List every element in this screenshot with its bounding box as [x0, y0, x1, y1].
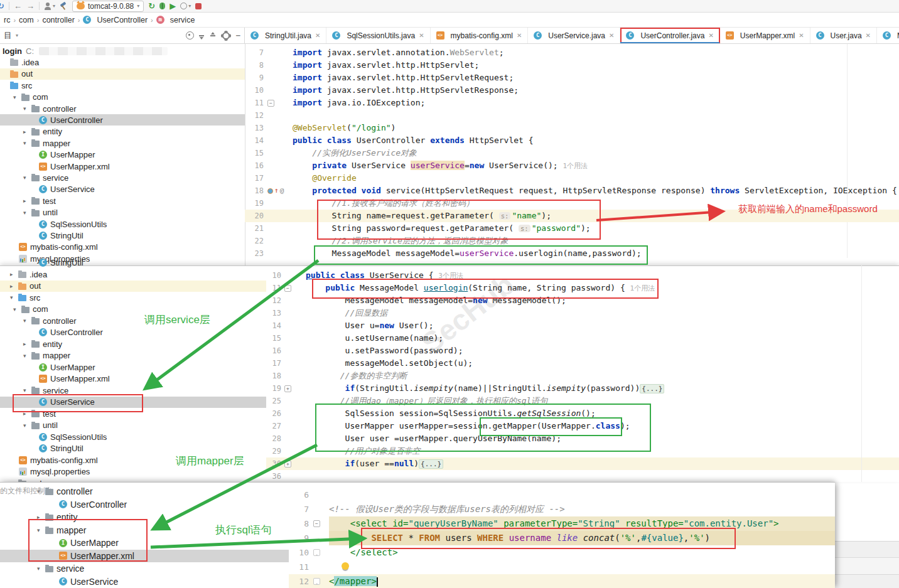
chevron-right-icon[interactable]: ▸: [23, 341, 31, 347]
debug-button[interactable]: [159, 3, 165, 9]
tree-item-entity[interactable]: ▸entity: [0, 511, 289, 523]
chevron-down-icon[interactable]: ▾: [37, 527, 45, 533]
tree-item-login[interactable]: loginC:: [0, 45, 245, 56]
gutter-line-number[interactable]: 25: [266, 395, 284, 407]
run-config-dropdown[interactable]: tomcat-9.0.88 ▾: [72, 1, 144, 12]
tree-item-src[interactable]: src: [0, 80, 245, 91]
collapse-all-icon[interactable]: [209, 32, 217, 40]
tree-item-out[interactable]: out: [0, 68, 245, 80]
editor-userservice[interactable]: 10public class UserService { 3个用法11− pub…: [266, 257, 899, 482]
gutter-line-number[interactable]: 16: [245, 159, 267, 172]
tree-item-mapper[interactable]: ▾mapper: [0, 137, 245, 149]
tree-item-test[interactable]: ▸test: [0, 408, 266, 419]
tree-item-sqlsessionutils[interactable]: CSqlSessionUtils: [0, 218, 245, 230]
tree-item-mapper[interactable]: ▾mapper: [0, 350, 266, 361]
tree-item-entity[interactable]: ▸entity: [0, 338, 266, 350]
fold-minus-icon[interactable]: −: [284, 285, 291, 292]
tree-item-com[interactable]: ▾com: [0, 92, 245, 103]
gutter-line-number[interactable]: 18: [266, 370, 284, 382]
tree-item-out[interactable]: ▸out: [0, 281, 266, 292]
user-button[interactable]: ▾: [44, 0, 55, 13]
breadcrumb-item-usercontroller[interactable]: CUserController: [83, 16, 148, 24]
run-marker-icon[interactable]: [267, 188, 273, 194]
profiler-button[interactable]: ▾: [180, 0, 191, 13]
gutter-line-number[interactable]: 14: [266, 319, 284, 332]
project-tree-mid[interactable]: CStringUtil▸.idea▸out▾src▾com▾controller…: [0, 257, 266, 482]
editor-usercontroller[interactable]: 7import javax.servlet.annotation.WebServ…: [245, 44, 899, 265]
build-button[interactable]: [60, 2, 68, 10]
tab-mybatis-config-xml[interactable]: <>mybatis-config.xml✕: [431, 28, 529, 43]
gutter-line-number[interactable]: 22: [245, 235, 267, 247]
gutter-line-number[interactable]: 9: [289, 531, 313, 545]
chevron-down-icon[interactable]: ▾: [10, 294, 18, 301]
chevron-down-icon[interactable]: ▾: [13, 306, 21, 313]
override-at-icon[interactable]: @: [280, 184, 284, 197]
tab-usermapper-xml[interactable]: <>UserMapper.xml✕: [720, 28, 810, 43]
gutter-line-number[interactable]: 29: [266, 445, 284, 457]
gutter-line-number[interactable]: 19: [245, 197, 267, 210]
chevron-down-icon[interactable]: ▾: [23, 210, 31, 216]
tree-item-mapper[interactable]: ▾mapper: [0, 524, 289, 537]
gutter-line-number[interactable]: 8: [245, 59, 267, 72]
chevron-down-icon[interactable]: ▾: [23, 174, 31, 181]
tree-item-service[interactable]: ▾service: [0, 562, 289, 575]
gutter-line-number[interactable]: 11: [289, 560, 313, 574]
tree-item-until[interactable]: ▾until: [0, 207, 245, 218]
tab-sqlsessionutils-java[interactable]: CSqlSessionUtils.java✕: [326, 28, 430, 43]
tab-stringutil-java[interactable]: CStringUtil.java✕: [245, 28, 326, 43]
tree-item-usercontroller[interactable]: CUserController: [0, 498, 289, 511]
tree-item-userservice[interactable]: CUserService: [0, 575, 289, 588]
close-icon[interactable]: ✕: [419, 32, 424, 39]
close-icon[interactable]: ✕: [799, 32, 804, 39]
project-dropdown-icon[interactable]: ▾: [16, 33, 18, 38]
tab-userservice-java[interactable]: CUserService.java✕: [528, 28, 620, 43]
tree-item-usercontroller[interactable]: CUserController: [0, 114, 245, 126]
gutter-line-number[interactable]: 15: [266, 332, 284, 345]
tree-item-idea[interactable]: ▸.idea: [0, 269, 266, 280]
back-button[interactable]: ←: [14, 0, 22, 13]
gutter-line-number[interactable]: 13: [266, 307, 284, 319]
fold-end-icon[interactable]: ‸: [313, 549, 320, 556]
fold-end-icon[interactable]: ‸: [313, 578, 320, 585]
gutter-line-number[interactable]: 27: [266, 420, 284, 432]
tab-messagemodel-java[interactable]: CMessageModel.java✕: [877, 28, 899, 43]
tree-item-idea[interactable]: .idea: [0, 56, 245, 68]
rerun-button[interactable]: ↻: [148, 0, 155, 13]
tree-item-service[interactable]: ▾service: [0, 385, 266, 396]
fold-plus-icon[interactable]: +: [284, 385, 291, 392]
gutter-line-number[interactable]: 17: [266, 357, 284, 370]
tree-item-service[interactable]: ▾service: [0, 172, 245, 183]
override-arrow-icon[interactable]: ↑: [274, 184, 279, 197]
tree-item-controller[interactable]: ▾controller: [0, 103, 245, 114]
chevron-right-icon[interactable]: ▸: [23, 410, 31, 417]
breadcrumb-item-service[interactable]: mservice: [156, 16, 195, 24]
gutter-line-number[interactable]: 12: [289, 574, 313, 588]
gutter-line-number[interactable]: 17: [245, 172, 267, 184]
intention-bulb-icon[interactable]: [342, 562, 349, 570]
gutter-line-number[interactable]: 10: [266, 269, 284, 282]
gutter-line-number[interactable]: 18: [245, 184, 267, 197]
chevron-right-icon[interactable]: ▸: [10, 271, 18, 277]
tree-item-com[interactable]: ▾com: [0, 304, 266, 315]
tab-usercontroller-java[interactable]: CUserController.java✕: [620, 28, 719, 43]
tree-item-controller[interactable]: 的文件和控制台▾controller: [0, 485, 289, 498]
gutter-line-number[interactable]: 9: [245, 72, 267, 84]
fold-plus-icon[interactable]: +: [284, 461, 291, 468]
tree-item-web[interactable]: ▾web: [0, 478, 266, 482]
chevron-right-icon[interactable]: ▸: [10, 283, 18, 289]
gutter-line-number[interactable]: 19: [266, 382, 284, 395]
gutter-line-number[interactable]: 14: [245, 134, 267, 147]
tree-item-usercontroller[interactable]: CUserController: [0, 327, 266, 338]
tree-item-controller[interactable]: ▾controller: [0, 315, 266, 326]
expand-all-icon[interactable]: [198, 32, 205, 40]
close-icon[interactable]: ✕: [866, 32, 871, 39]
tree-item-mybatis-config-xml[interactable]: <>mybatis-config.xml: [0, 242, 245, 253]
tree-item-until[interactable]: ▾until: [0, 420, 266, 431]
gutter-line-number[interactable]: 13: [245, 122, 267, 134]
forward-button[interactable]: →: [26, 0, 35, 13]
tree-item-sqlsessionutils[interactable]: CSqlSessionUtils: [0, 431, 266, 442]
gutter-line-number[interactable]: 10: [289, 545, 313, 560]
locate-file-icon[interactable]: [186, 31, 194, 40]
gutter-line-number[interactable]: 12: [245, 109, 267, 122]
chevron-down-icon[interactable]: ▾: [23, 105, 31, 112]
